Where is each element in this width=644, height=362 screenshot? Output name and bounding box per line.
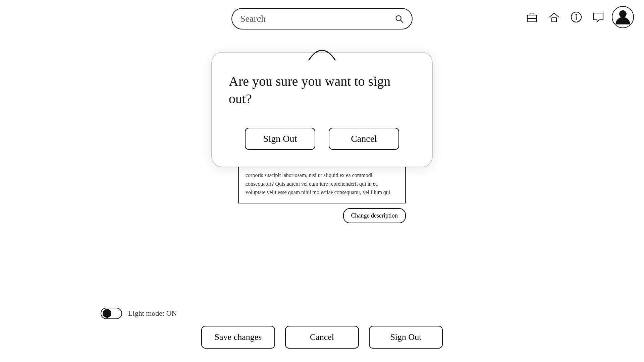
sign-out-modal: Are you sure you want to sign out? Sign … — [211, 52, 433, 167]
modal-cancel-button[interactable]: Cancel — [329, 128, 399, 150]
briefcase-top-icon — [288, 37, 356, 65]
modal-title: Are you sure you want to sign out? — [229, 73, 415, 108]
modal-sign-out-button[interactable]: Sign Out — [245, 128, 315, 150]
modal-buttons: Sign Out Cancel — [229, 128, 415, 150]
